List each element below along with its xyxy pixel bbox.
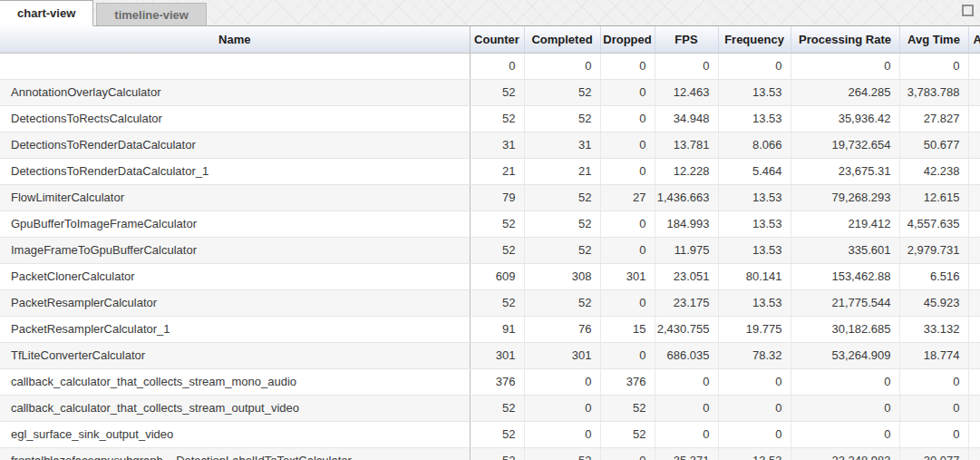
profiler-window: chart-view timeline-view NameCounterComp… [0, 0, 980, 460]
value-cell: 34.948 [655, 105, 718, 132]
value-cell: 0 [600, 447, 655, 460]
value-cell: 35.371 [655, 447, 718, 460]
clipped-cell [968, 158, 980, 184]
value-cell: 52 [524, 105, 600, 132]
value-cell: 0 [655, 53, 718, 79]
value-cell: 0 [655, 395, 718, 421]
column-header-processing-rate[interactable]: Processing Rate [791, 26, 899, 53]
value-cell: 0 [718, 53, 791, 79]
table-row[interactable]: TfLiteConverterCalculator3013010686.0357… [0, 342, 980, 368]
column-header-completed[interactable]: Completed [524, 26, 600, 53]
value-cell: 23.051 [655, 263, 718, 289]
value-cell: 3,783.788 [899, 79, 968, 105]
value-cell: 13.53 [718, 447, 791, 460]
value-cell: 609 [470, 263, 524, 289]
table-row[interactable]: callback_calculator_that_collects_stream… [0, 368, 980, 395]
name-cell: DetectionsToRenderDataCalculator_1 [0, 158, 470, 184]
table-row[interactable]: callback_calculator_that_collects_stream… [0, 395, 980, 421]
column-header-a[interactable]: A [968, 26, 980, 53]
name-cell: TfLiteConverterCalculator [0, 342, 470, 368]
value-cell: 13.53 [718, 237, 791, 263]
value-cell: 52 [470, 237, 524, 263]
tab-timeline-view[interactable]: timeline-view [96, 3, 207, 25]
value-cell: 0 [600, 105, 655, 132]
name-cell: DetectionsToRectsCalculator [0, 105, 470, 132]
table-row[interactable]: frontalblazefacegpusubgraph__DetectionLa… [0, 447, 980, 460]
column-header-frequency[interactable]: Frequency [718, 26, 791, 53]
value-cell: 184.993 [655, 210, 718, 237]
value-cell: 52 [470, 79, 524, 105]
value-cell: 0 [791, 421, 899, 447]
value-cell: 53,264.909 [791, 342, 899, 368]
value-cell: 21,775.544 [791, 289, 899, 316]
name-cell: ImageFrameToGpuBufferCalculator [0, 237, 470, 263]
value-cell: 0 [600, 158, 655, 184]
value-cell: 0 [655, 421, 718, 447]
value-cell: 78.32 [718, 342, 791, 368]
value-cell: 13.53 [718, 105, 791, 132]
value-cell: 31 [524, 132, 600, 158]
clipped-cell [968, 395, 980, 421]
table-row[interactable]: ImageFrameToGpuBufferCalculator5252011.9… [0, 237, 980, 263]
value-cell: 13.53 [718, 184, 791, 210]
value-cell: 11.975 [655, 237, 718, 263]
value-cell: 13.53 [718, 79, 791, 105]
value-cell: 19,732.654 [791, 132, 899, 158]
value-cell: 0 [899, 395, 968, 421]
value-cell: 33.132 [899, 316, 968, 342]
value-cell: 335.601 [791, 237, 899, 263]
name-cell [0, 53, 470, 79]
table-row[interactable]: DetectionsToRenderDataCalculator_1212101… [0, 158, 980, 184]
column-header-avg-time[interactable]: Avg Time [899, 26, 968, 53]
name-cell: PacketClonerCalculator [0, 263, 470, 289]
value-cell: 0 [899, 53, 968, 79]
value-cell: 18.774 [899, 342, 968, 368]
tab-chart-view[interactable]: chart-view [0, 0, 93, 26]
name-cell: DetectionsToRenderDataCalculator [0, 132, 470, 158]
column-header-fps[interactable]: FPS [655, 26, 718, 53]
value-cell: 52 [524, 237, 600, 263]
value-cell: 0 [524, 395, 600, 421]
value-cell: 0 [600, 132, 655, 158]
value-cell: 27.827 [899, 105, 968, 132]
table-row[interactable]: FlowLimiterCalculator7952271,436.66313.5… [0, 184, 980, 210]
table-row[interactable]: egl_surface_sink_output_video520520000 [0, 421, 980, 447]
column-header-name[interactable]: Name [0, 26, 470, 53]
table-row[interactable]: AnnotationOverlayCalculator5252012.46313… [0, 79, 980, 105]
value-cell: 52 [470, 395, 524, 421]
value-cell: 0 [600, 289, 655, 316]
value-cell: 0 [524, 53, 600, 79]
value-cell: 52 [470, 105, 524, 132]
value-cell: 153,462.88 [791, 263, 899, 289]
table-row[interactable]: PacketResamplerCalculator_19176152,430.7… [0, 316, 980, 342]
value-cell: 8.066 [718, 132, 791, 158]
clipped-cell [968, 447, 980, 460]
name-cell: callback_calculator_that_collects_stream… [0, 368, 470, 395]
table-row[interactable]: DetectionsToRenderDataCalculator3131013.… [0, 132, 980, 158]
tab-timeline-view-label: timeline-view [114, 8, 189, 22]
value-cell: 0 [600, 53, 655, 79]
clipped-cell [968, 210, 980, 237]
table-row[interactable]: PacketResamplerCalculator5252023.17513.5… [0, 289, 980, 316]
column-header-counter[interactable]: Counter [470, 26, 524, 53]
value-cell: 1,436.663 [655, 184, 718, 210]
clipped-cell [968, 263, 980, 289]
value-cell: 0 [899, 421, 968, 447]
table-row[interactable]: PacketClonerCalculator60930830123.05180.… [0, 263, 980, 289]
column-header-dropped[interactable]: Dropped [600, 26, 655, 53]
clipped-cell [968, 53, 980, 79]
clipped-cell [968, 289, 980, 316]
value-cell: 52 [470, 447, 524, 460]
clipped-cell [968, 184, 980, 210]
maximize-icon[interactable] [962, 5, 974, 16]
table-row[interactable]: DetectionsToRectsCalculator5252034.94813… [0, 105, 980, 132]
value-cell: 35,936.42 [791, 105, 899, 132]
value-cell: 12.615 [899, 184, 968, 210]
value-cell: 5.464 [718, 158, 791, 184]
table-row[interactable]: 0000000 [0, 53, 980, 79]
value-cell: 23.175 [655, 289, 718, 316]
table-row[interactable]: GpuBufferToImageFrameCalculator52520184.… [0, 210, 980, 237]
value-cell: 52 [524, 447, 600, 460]
name-cell: egl_surface_sink_output_video [0, 421, 470, 447]
value-cell: 30.077 [899, 447, 968, 460]
